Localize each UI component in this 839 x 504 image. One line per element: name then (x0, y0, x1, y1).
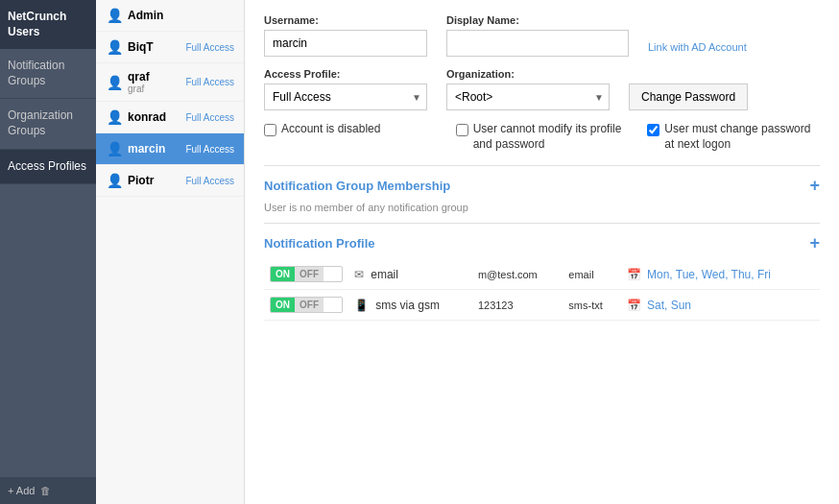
type-icon: ✉ (354, 268, 364, 281)
access-profile-label: Access Profile: (264, 68, 427, 80)
user-name: Piotr (128, 174, 154, 187)
user-list: 👤 Admin 👤 BiqT Full Access 👤 qraf graf F… (96, 0, 245, 504)
user-left: 👤 konrad (106, 108, 166, 126)
display-name-input[interactable] (446, 30, 629, 57)
access-profile-select-wrapper: Full Access Read Only Custom ▼ (264, 84, 427, 110)
username-input[interactable] (264, 30, 427, 57)
user-avatar-piotr: 👤 (106, 172, 123, 189)
user-name: qraf (128, 70, 150, 84)
notif-label: email (563, 259, 621, 290)
cannot-modify-label: User cannot modify its profile and passw… (473, 122, 629, 152)
user-access: Full Access (185, 77, 234, 87)
notification-row-0: ON OFF ✉ email m@test.com email 📅 Mon, T… (264, 259, 820, 290)
user-avatar-admin: 👤 (106, 7, 123, 24)
user-access: Full Access (185, 112, 234, 123)
organization-label: Organization: (446, 68, 610, 80)
app-subtitle-text: Users (8, 25, 39, 38)
calendar-icon: 📅 (627, 299, 641, 312)
add-notification-group-button[interactable]: + (809, 176, 820, 196)
toggle-on-button[interactable]: ON (271, 267, 295, 281)
change-password-button[interactable]: Change Password (629, 84, 748, 110)
access-profile-select[interactable]: Full Access Read Only Custom (264, 84, 427, 110)
user-avatar-konrad: 👤 (106, 108, 123, 126)
trash-icon[interactable]: 🗑 (40, 485, 51, 496)
notif-schedule-cell: 📅 Mon, Tue, Wed, Thu, Fri (621, 259, 820, 290)
notif-value: 123123 (472, 290, 563, 321)
user-item-konrad[interactable]: 👤 konrad Full Access (96, 102, 244, 133)
main-content: Username: Display Name: Link with AD Acc… (245, 0, 839, 504)
user-item-piotr[interactable]: 👤 Piotr Full Access (96, 165, 244, 197)
user-name: konrad (128, 110, 166, 124)
account-disabled-item: Account is disabled (264, 122, 437, 137)
username-group: Username: (264, 14, 427, 57)
user-name: BiqT (128, 40, 154, 54)
notif-schedule: Mon, Tue, Wed, Thu, Fri (647, 268, 771, 281)
toggle-group: ON OFF (270, 297, 343, 313)
notification-membership-title: Notification Group Membership (264, 179, 450, 193)
must-change-password-checkbox[interactable] (647, 124, 659, 136)
cannot-modify-checkbox[interactable] (456, 124, 468, 136)
must-change-password-label: User must change password at next logon (664, 122, 820, 152)
user-info-biqt: BiqT (128, 40, 154, 54)
add-user-footer[interactable]: + Add 🗑 (0, 477, 96, 504)
user-info-konrad: konrad (128, 110, 166, 124)
user-info-piotr: Piotr (128, 174, 154, 187)
user-subname: graf (128, 84, 150, 94)
notification-row-1: ON OFF 📱 sms via gsm 123123 sms-txt 📅 Sa… (264, 290, 820, 321)
add-notification-profile-button[interactable]: + (809, 233, 820, 253)
organization-group: Organization: <Root> ▼ (446, 68, 610, 110)
notif-type-name: email (371, 268, 398, 281)
cannot-modify-item: User cannot modify its profile and passw… (456, 122, 629, 152)
user-item-admin[interactable]: 👤 Admin (96, 0, 244, 32)
access-profile-group: Access Profile: Full Access Read Only Cu… (264, 68, 427, 110)
link-ad-button[interactable]: Link with AD Account (648, 41, 747, 53)
user-access: Full Access (185, 144, 234, 155)
must-change-pwd-item: User must change password at next logon (647, 122, 820, 152)
sidebar-item-access-profiles[interactable]: Access Profiles (0, 150, 96, 185)
user-item-biqt[interactable]: 👤 BiqT Full Access (96, 32, 244, 63)
organization-select[interactable]: <Root> (446, 84, 610, 110)
username-label: Username: (264, 14, 427, 26)
user-left: 👤 qraf graf (106, 70, 150, 94)
toggle-on-button[interactable]: ON (271, 298, 295, 312)
user-name: Admin (128, 9, 163, 22)
calendar-icon: 📅 (627, 268, 641, 281)
toggle-group: ON OFF (270, 266, 343, 282)
toggle-cell: ON OFF (264, 259, 348, 290)
user-item-qraf[interactable]: 👤 qraf graf Full Access (96, 63, 244, 102)
notif-schedule-cell: 📅 Sat, Sun (621, 290, 820, 321)
user-avatar-biqt: 👤 (106, 38, 123, 56)
sidebar-nav: Notification Groups Organization Groups … (0, 49, 96, 477)
user-left: 👤 marcin (106, 140, 165, 157)
notification-profile-section: Notification Profile + (264, 223, 820, 253)
notif-value: m@test.com (472, 259, 563, 290)
user-left: 👤 Piotr (106, 172, 154, 189)
toggle-off-button[interactable]: OFF (295, 298, 324, 312)
user-item-marcin[interactable]: 👤 marcin Full Access (96, 133, 244, 165)
type-icon: 📱 (354, 299, 369, 312)
sidebar-item-notification-groups[interactable]: Notification Groups (0, 49, 96, 99)
user-left: 👤 BiqT (106, 38, 154, 56)
user-avatar-marcin: 👤 (106, 140, 123, 157)
account-disabled-checkbox[interactable] (264, 124, 276, 136)
user-info-qraf: qraf graf (128, 70, 150, 94)
toggle-cell: ON OFF (264, 290, 348, 321)
notification-table: ON OFF ✉ email m@test.com email 📅 Mon, T… (264, 259, 820, 321)
user-left: 👤 Admin (106, 7, 163, 24)
app-title-text: NetCrunch (8, 10, 66, 23)
user-access: Full Access (185, 176, 234, 186)
sidebar-item-organization-groups[interactable]: Organization Groups (0, 99, 96, 149)
type-cell: 📱 sms via gsm (348, 290, 472, 321)
username-row: Username: Display Name: Link with AD Acc… (264, 14, 820, 57)
change-password-wrapper: Change Password (629, 84, 748, 110)
access-row: Access Profile: Full Access Read Only Cu… (264, 68, 820, 110)
add-label: + Add (8, 485, 35, 496)
notif-schedule: Sat, Sun (647, 299, 691, 312)
user-info-admin: Admin (128, 9, 163, 22)
notif-type-name: sms via gsm (375, 299, 440, 312)
toggle-off-button[interactable]: OFF (295, 267, 324, 281)
notification-profile-title: Notification Profile (264, 236, 375, 251)
sidebar: NetCrunch Users Notification Groups Orga… (0, 0, 96, 504)
organization-select-wrapper: <Root> ▼ (446, 84, 610, 110)
user-name: marcin (128, 142, 165, 156)
